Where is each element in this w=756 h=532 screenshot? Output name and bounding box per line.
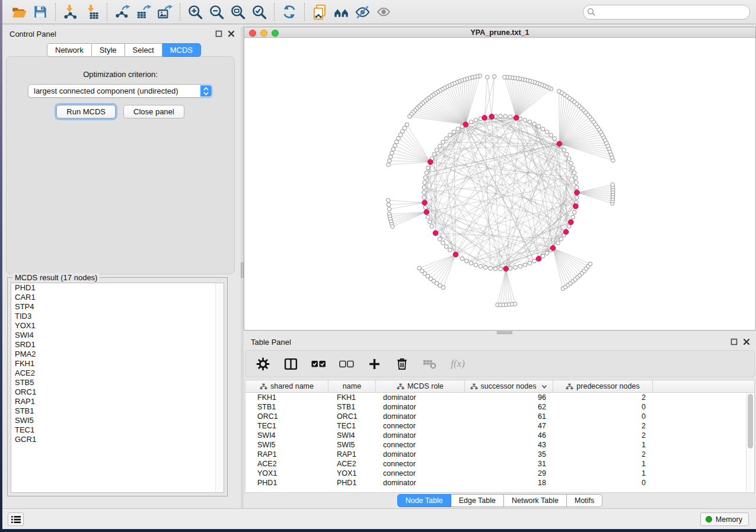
network-node[interactable] [541,127,545,131]
cell-successor-nodes[interactable]: 96 [465,393,553,402]
cell-name[interactable]: SWI5 [328,440,376,450]
network-node[interactable] [556,241,560,245]
mcds-result-item[interactable]: CAR1 [11,293,224,302]
mcds-result-item[interactable]: STB5 [11,378,224,387]
mcds-result-item[interactable]: STB1 [11,406,224,416]
clear-selection-button[interactable] [339,356,354,371]
column-header-shared-name[interactable]: shared name [245,380,328,392]
cell-successor-nodes[interactable]: 62 [465,402,553,412]
network-node[interactable] [391,225,395,229]
network-node[interactable] [567,157,571,161]
cell-name[interactable]: PHD1 [328,478,376,488]
cell-MCDS-role[interactable]: dominator [376,402,465,412]
network-node[interactable] [452,130,456,134]
float-panel-icon[interactable] [215,30,222,37]
network-node[interactable] [425,171,429,175]
close-panel-icon[interactable] [743,338,750,345]
network-node[interactable] [426,166,430,170]
network-node[interactable] [479,264,483,268]
cell-name[interactable]: STB1 [328,402,376,412]
network-node[interactable] [513,265,518,270]
network-node[interactable] [435,148,439,152]
network-node[interactable] [422,196,426,200]
network-node[interactable] [503,75,507,79]
network-node[interactable] [469,261,473,265]
close-panel-button[interactable]: Close panel [123,105,184,118]
cell-name[interactable]: TEC1 [328,421,376,431]
scrollbar-thumb[interactable] [748,394,753,448]
mcds-result-item[interactable]: SWI4 [11,331,224,340]
tab-node-table[interactable]: Node Table [397,494,451,507]
network-node[interactable] [559,237,563,241]
network-hub-node[interactable] [503,266,509,271]
network-hub-node[interactable] [453,252,458,257]
cell-successor-nodes[interactable]: 43 [465,440,553,450]
cell-predecessor-nodes[interactable]: 2 [553,450,653,459]
network-node[interactable] [557,89,561,94]
network-node[interactable] [588,262,592,266]
network-node[interactable] [528,120,532,124]
cell-shared-name[interactable]: RAP1 [245,450,328,459]
network-node[interactable] [571,166,575,170]
zoom-out-button[interactable] [206,2,227,22]
tab-motifs[interactable]: Motifs [567,494,602,507]
cell-successor-nodes[interactable]: 47 [465,421,553,431]
mcds-result-item[interactable]: PHD1 [11,283,224,293]
table-scrollbar[interactable] [746,393,754,492]
network-node[interactable] [541,254,545,258]
network-node[interactable] [518,264,522,268]
network-hub-node[interactable] [569,220,574,225]
mcds-result-item[interactable]: RAP1 [11,397,224,406]
network-node[interactable] [445,137,449,141]
import-network-button[interactable] [60,2,81,22]
network-node[interactable] [571,215,575,219]
hide-selected-button[interactable] [352,2,373,22]
zoom-selected-button[interactable] [248,2,270,22]
column-header-successor-nodes[interactable]: successor nodes [465,380,553,392]
cell-MCDS-role[interactable]: dominator [376,478,465,488]
cell-name[interactable]: ACE2 [328,459,376,469]
network-node[interactable] [553,137,557,141]
cell-shared-name[interactable]: YOX1 [245,469,328,478]
network-node[interactable] [388,155,393,159]
network-canvas[interactable] [244,39,755,330]
network-node[interactable] [569,161,573,165]
network-node[interactable] [395,140,399,144]
network-node[interactable] [562,148,566,152]
network-node[interactable] [575,181,579,185]
network-node[interactable] [387,207,391,211]
network-node[interactable] [484,265,488,270]
network-hub-node[interactable] [557,142,562,147]
new-network-from-selection-button[interactable] [309,2,330,22]
network-node[interactable] [572,210,576,214]
cell-successor-nodes[interactable]: 29 [465,469,553,478]
cell-MCDS-role[interactable]: dominator [376,393,465,402]
mcds-list-scrollbar[interactable] [215,283,224,492]
network-node[interactable] [489,267,493,271]
network-hub-node[interactable] [536,256,541,261]
add-column-button[interactable] [366,356,382,371]
network-node[interactable] [423,206,428,210]
show-all-button[interactable] [373,2,394,22]
network-node[interactable] [422,185,426,190]
network-hub-node[interactable] [463,122,468,127]
network-node[interactable] [441,241,445,245]
task-history-button[interactable] [8,512,24,526]
network-node[interactable] [499,114,503,118]
table-row[interactable]: SWI4SWI4dominator462 [245,431,754,440]
cell-name[interactable]: YOX1 [328,469,376,478]
cell-name[interactable]: FKH1 [328,393,376,402]
table-row[interactable]: YOX1YOX1connector291 [245,469,754,478]
table-row[interactable]: PHD1PHD1dominator180 [245,478,754,488]
tab-network-table[interactable]: Network Table [504,494,567,507]
cell-predecessor-nodes[interactable]: 1 [553,469,653,478]
network-node[interactable] [493,267,497,271]
network-node[interactable] [474,263,478,267]
mcds-result-item[interactable]: PMA2 [11,350,224,359]
network-node[interactable] [423,176,428,180]
select-all-rows-button[interactable] [311,356,326,371]
network-node[interactable] [441,286,445,290]
network-node[interactable] [423,181,427,185]
tab-mcds[interactable]: MCDS [162,43,201,57]
export-network-button[interactable] [111,2,133,22]
